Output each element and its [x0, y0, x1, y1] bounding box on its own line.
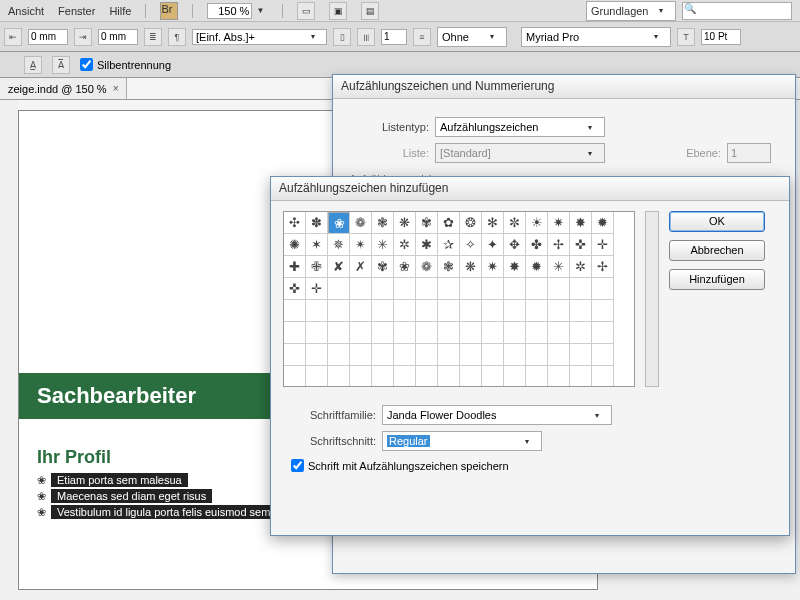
- glyph-cell[interactable]: ❋: [460, 256, 482, 278]
- glyph-cell[interactable]: ✳: [548, 256, 570, 278]
- glyph-cell[interactable]: ✸: [570, 212, 592, 234]
- indent-icon[interactable]: ⇥: [74, 28, 92, 46]
- glyph-cell[interactable]: [548, 278, 570, 300]
- glyph-cell[interactable]: ❁: [350, 212, 372, 234]
- glyph-cell[interactable]: [570, 278, 592, 300]
- glyph-cell[interactable]: ✸: [504, 256, 526, 278]
- glyph-cell[interactable]: [548, 366, 570, 387]
- glyph-cell[interactable]: [592, 344, 614, 366]
- zoom-select[interactable]: ▼: [207, 3, 268, 19]
- glyph-cell[interactable]: [526, 278, 548, 300]
- list-item[interactable]: Vestibulum id ligula porta felis euismod…: [51, 505, 295, 519]
- close-icon[interactable]: ×: [113, 83, 119, 94]
- glyph-cell[interactable]: [438, 278, 460, 300]
- glyph-cell[interactable]: [372, 344, 394, 366]
- glyph-cell[interactable]: ✱: [416, 234, 438, 256]
- glyph-cell[interactable]: [416, 278, 438, 300]
- glyph-cell[interactable]: [416, 344, 438, 366]
- glyph-cell[interactable]: ✦: [482, 234, 504, 256]
- workspace-select[interactable]: Grundlagen▾: [586, 1, 676, 21]
- glyph-grid[interactable]: ✣✽❀❁❃❋✾✿❂✻✼☀✷✸✹✺✶✵✴✳✲✱✰✧✦✥✤✢✜✛✚✙✘✗✾❀❁❃❋✷…: [283, 211, 635, 387]
- glyph-cell[interactable]: ❃: [372, 212, 394, 234]
- glyph-cell[interactable]: [350, 366, 372, 387]
- glyph-cell[interactable]: ✳: [372, 234, 394, 256]
- glyph-cell[interactable]: [350, 300, 372, 322]
- glyph-cell[interactable]: ✵: [328, 234, 350, 256]
- glyph-cell[interactable]: [504, 322, 526, 344]
- glyph-cell[interactable]: ✧: [460, 234, 482, 256]
- glyph-cell[interactable]: [372, 322, 394, 344]
- bridge-icon[interactable]: Br: [160, 2, 178, 20]
- scrollbar[interactable]: [645, 211, 659, 387]
- glyph-cell[interactable]: [482, 278, 504, 300]
- glyph-cell[interactable]: ❀: [328, 212, 350, 234]
- glyph-cell[interactable]: [416, 300, 438, 322]
- glyph-cell[interactable]: ✹: [592, 212, 614, 234]
- glyph-cell[interactable]: ✢: [592, 256, 614, 278]
- glyph-cell[interactable]: ✘: [328, 256, 350, 278]
- glyph-cell[interactable]: [394, 344, 416, 366]
- glyph-cell[interactable]: ☀: [526, 212, 548, 234]
- glyph-cell[interactable]: [416, 366, 438, 387]
- chevron-down-icon[interactable]: ▼: [256, 6, 268, 15]
- glyph-cell[interactable]: [570, 300, 592, 322]
- glyph-cell[interactable]: [284, 366, 306, 387]
- type-size-icon[interactable]: T: [677, 28, 695, 46]
- glyph-cell[interactable]: [350, 344, 372, 366]
- glyph-cell[interactable]: [438, 322, 460, 344]
- glyph-cell[interactable]: ✿: [438, 212, 460, 234]
- glyph-cell[interactable]: [284, 300, 306, 322]
- glyph-cell[interactable]: [306, 322, 328, 344]
- glyph-cell[interactable]: [372, 366, 394, 387]
- font-family-select[interactable]: Janda Flower Doodles▾: [382, 405, 612, 425]
- glyph-cell[interactable]: ✺: [284, 234, 306, 256]
- glyph-cell[interactable]: ✰: [438, 234, 460, 256]
- space-before-icon[interactable]: A̲: [24, 56, 42, 74]
- view-mode-icon[interactable]: ▭: [297, 2, 315, 20]
- screen-mode-icon[interactable]: ▣: [329, 2, 347, 20]
- glyph-cell[interactable]: [592, 278, 614, 300]
- glyph-cell[interactable]: ✛: [306, 278, 328, 300]
- cancel-button[interactable]: Abbrechen: [669, 240, 765, 261]
- glyph-cell[interactable]: [306, 366, 328, 387]
- glyph-cell[interactable]: ✥: [504, 234, 526, 256]
- add-button[interactable]: Hinzufügen: [669, 269, 765, 290]
- glyph-cell[interactable]: ❀: [394, 256, 416, 278]
- glyph-cell[interactable]: ✷: [482, 256, 504, 278]
- glyph-cell[interactable]: [394, 278, 416, 300]
- glyph-cell[interactable]: [328, 344, 350, 366]
- glyph-cell[interactable]: ✶: [306, 234, 328, 256]
- glyph-cell[interactable]: [350, 278, 372, 300]
- baseline-select[interactable]: Ohne▾: [437, 27, 507, 47]
- para-style-select[interactable]: [Einf. Abs.]+▾: [192, 29, 327, 45]
- glyph-cell[interactable]: [570, 322, 592, 344]
- glyph-cell[interactable]: ✴: [350, 234, 372, 256]
- glyph-cell[interactable]: ✲: [570, 256, 592, 278]
- glyph-cell[interactable]: [548, 300, 570, 322]
- glyph-cell[interactable]: [394, 322, 416, 344]
- glyph-cell[interactable]: [570, 344, 592, 366]
- glyph-cell[interactable]: [306, 300, 328, 322]
- glyph-cell[interactable]: [482, 366, 504, 387]
- glyph-cell[interactable]: ✜: [570, 234, 592, 256]
- columns-field[interactable]: [381, 29, 407, 45]
- glyph-cell[interactable]: [504, 278, 526, 300]
- para-style-icon[interactable]: ¶: [168, 28, 186, 46]
- glyph-cell[interactable]: ❋: [394, 212, 416, 234]
- glyph-cell[interactable]: ❃: [438, 256, 460, 278]
- glyph-cell[interactable]: ✾: [416, 212, 438, 234]
- glyph-cell[interactable]: [460, 344, 482, 366]
- glyph-cell[interactable]: [328, 278, 350, 300]
- save-with-bullet-checkbox[interactable]: Schrift mit Aufzählungszeichen speichern: [291, 459, 769, 472]
- glyph-cell[interactable]: ✽: [306, 212, 328, 234]
- baseline-icon[interactable]: ≡: [413, 28, 431, 46]
- glyph-cell[interactable]: [482, 300, 504, 322]
- glyph-cell[interactable]: [482, 344, 504, 366]
- para-icon[interactable]: ≣: [144, 28, 162, 46]
- listentyp-select[interactable]: Aufzählungszeichen▾: [435, 117, 605, 137]
- glyph-cell[interactable]: [438, 344, 460, 366]
- glyph-cell[interactable]: [438, 300, 460, 322]
- glyph-cell[interactable]: ✾: [372, 256, 394, 278]
- glyph-cell[interactable]: [504, 366, 526, 387]
- glyph-cell[interactable]: [350, 322, 372, 344]
